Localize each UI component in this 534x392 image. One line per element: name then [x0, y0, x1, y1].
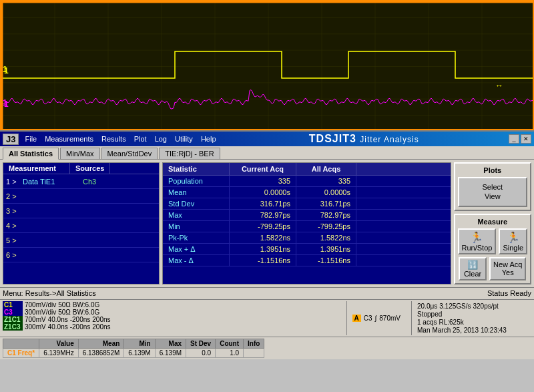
channel1-label: 1	[3, 65, 7, 74]
menu-log[interactable]: Log	[152, 134, 170, 144]
meas-name-3	[20, 210, 80, 212]
channel-z1c3-line: Z1C3 300mV 40.0ns -200ns 200ns	[3, 323, 341, 331]
stats-row-mindelta: Max - Δ -1.1516ns -1.1516ns	[163, 255, 451, 266]
bottom-mean-1: 6.1386852M	[78, 348, 124, 357]
meas-name-1: Data TiE1	[20, 176, 80, 187]
stats-row-mean: Mean 0.0000s 0.0000s	[163, 187, 451, 198]
minimize-button[interactable]: _	[509, 134, 519, 144]
menu-measurements[interactable]: Measurements	[41, 134, 97, 144]
acq-count: 1 acqs	[417, 319, 437, 326]
bottom-row-1: C1 Freq* 6.139MHz 6.1386852M 6.139M 6.13…	[3, 348, 264, 357]
meas-row-1[interactable]: 1 > Data TiE1 Ch3	[3, 174, 159, 189]
menu-help[interactable]: Help	[198, 134, 220, 144]
meas-row-3[interactable]: 3 >	[3, 204, 159, 218]
meas-source-4	[80, 224, 85, 227]
trigger-channel: C3	[364, 315, 372, 322]
bottom-th-label	[3, 339, 39, 348]
menu-plot[interactable]: Plot	[131, 134, 150, 144]
run-stop-icon: 🏃	[462, 231, 493, 244]
z1c1-t2: -200ns	[70, 316, 91, 323]
close-button[interactable]: ✕	[521, 134, 531, 144]
measure-group: Measure 🏃 Run/Stop 🏃 Single 🔢 Clear	[454, 214, 531, 284]
menu-results[interactable]: Results	[98, 134, 129, 144]
c1-ohm: 50Ω	[58, 301, 71, 309]
measurements-panel: Measurement Sources 1 > Data TiE1 Ch3 2 …	[3, 162, 160, 284]
bottom-value-1: 6.139MHz	[39, 348, 79, 357]
measure-label: Measure	[458, 218, 527, 226]
z1c3-t1: 40.0ns	[48, 323, 68, 331]
stats-row-max: Max 782.97ps 782.97ps	[163, 210, 451, 221]
bottom-th-mean: Mean	[78, 339, 124, 348]
z1c1-t3: 200ns	[92, 316, 110, 323]
tab-bar: All Statistics Min/Max Mean/StdDev TIE:R…	[0, 146, 534, 160]
bottom-info-1	[244, 348, 264, 357]
meas-name-6	[20, 254, 80, 256]
c3-label: C3	[3, 309, 23, 316]
row-num-3: 3 >	[3, 206, 20, 216]
acq-man: Man	[417, 327, 430, 334]
row-num-2: 2 >	[3, 191, 20, 202]
meas-source-2	[80, 195, 85, 198]
z1c3-label: Z1C3	[3, 323, 23, 331]
bottom-th-info: Info	[244, 339, 264, 348]
single-button[interactable]: 🏃 Single	[499, 228, 527, 254]
plots-label: Plots	[458, 166, 527, 174]
menu-utility[interactable]: Utility	[172, 134, 196, 144]
tab-minmax[interactable]: Min/Max	[60, 148, 100, 159]
c3-value: 300mV/div	[25, 309, 56, 316]
controls-panel: Plots SelectView Measure 🏃 Run/Stop 🏃 Si…	[454, 162, 531, 284]
meas-name-4	[20, 224, 80, 227]
z1c1-value: 700mV	[25, 316, 46, 323]
stats-row-maxdelta: Max + Δ 1.3951ns 1.3951ns	[163, 244, 451, 255]
meas-col-measurement: Measurement	[3, 163, 70, 174]
meas-row-5[interactable]: 5 >	[3, 233, 159, 248]
tab-all-statistics[interactable]: All Statistics	[3, 148, 59, 160]
stats-row-min: Min -799.25ps -799.25ps	[163, 221, 451, 232]
z1c1-t1: 40.0ns	[48, 316, 68, 323]
trigger-value: 870mV	[379, 315, 400, 322]
bottom-max-1: 6.139M	[155, 348, 186, 357]
bottom-th-count: Count	[216, 339, 244, 348]
status-left: Menu: Results->All Statistics	[3, 289, 487, 297]
measurements-header: Measurement Sources	[3, 163, 159, 174]
statistics-panel: Statistic Current Acq All Acqs Populatio…	[162, 162, 451, 284]
stats-row-population: Population 335 335	[163, 176, 451, 187]
meas-name-5	[20, 239, 80, 242]
title-bar: J3 File Measurements Results Plot Log Ut…	[0, 132, 534, 146]
stats-row-pkpk: Pk-Pk 1.5822ns 1.5822ns	[163, 232, 451, 244]
meas-row-6[interactable]: 6 >	[3, 248, 159, 262]
bottom-th-max: Max	[155, 339, 186, 348]
acq-gs: 3.125GS/s	[439, 303, 471, 310]
bottom-th-min: Min	[124, 339, 155, 348]
acq-rl: RL:625k	[439, 319, 463, 326]
clear-button[interactable]: 🔢 Clear	[459, 257, 487, 280]
bottom-label-1: C1 Freq*	[3, 348, 39, 357]
z1c3-value: 300mV	[25, 323, 46, 331]
meas-col-sources: Sources	[70, 163, 110, 174]
new-acq-button[interactable]: New Acq Yes	[489, 257, 526, 280]
window-controls: _ ✕	[509, 134, 531, 144]
trigger-info: A C3 ∫ 870mV	[346, 301, 406, 335]
meas-row-2[interactable]: 2 >	[3, 189, 159, 204]
stats-col-current: Current Acq	[230, 163, 296, 175]
tab-tier[interactable]: TIE:RjDj - BER	[159, 148, 220, 159]
menu-file[interactable]: File	[21, 134, 40, 144]
row-num-4: 4 >	[3, 220, 20, 231]
content-area: Measurement Sources 1 > Data TiE1 Ch3 2 …	[0, 160, 534, 287]
select-view-button[interactable]: SelectView	[458, 177, 527, 207]
meas-source-1: Ch3	[80, 176, 99, 187]
stats-col-all: All Acqs	[296, 163, 356, 175]
meas-row-4[interactable]: 4 >	[3, 218, 159, 233]
j3-badge: J3	[3, 134, 19, 145]
z1c3-t2: -200ns	[70, 323, 91, 331]
c3-bw: BW:6.0G	[73, 309, 99, 316]
acq-status: Stopped	[417, 311, 442, 318]
tab-meanstddev[interactable]: Mean/StdDev	[101, 148, 158, 159]
row-num-1: 1 >	[3, 176, 20, 187]
channel-c3-line: C3 300mV/div 50Ω BW:6.0G	[3, 309, 341, 316]
row-num-6: 6 >	[3, 250, 20, 260]
bottom-min-1: 6.139M	[124, 348, 155, 357]
run-stop-button[interactable]: 🏃 Run/Stop	[458, 228, 497, 254]
meas-source-6	[80, 254, 85, 256]
stats-row-stddev: Std Dev 316.71ps 316.71ps	[163, 198, 451, 210]
